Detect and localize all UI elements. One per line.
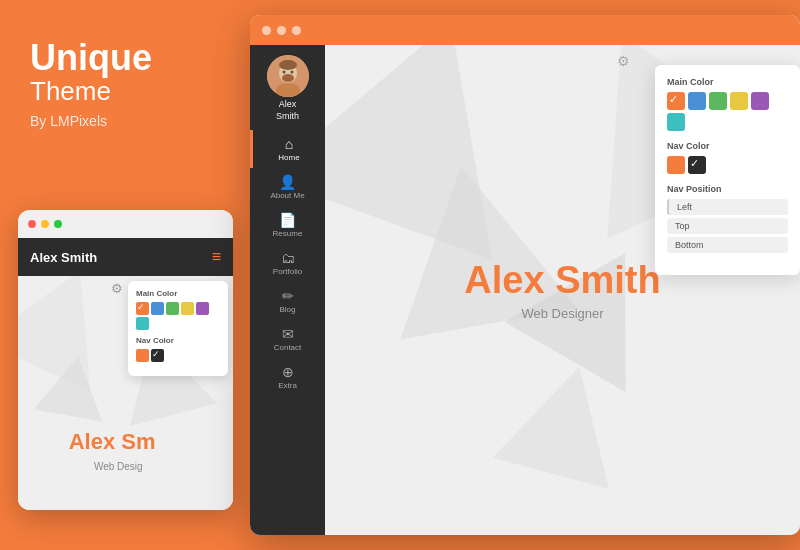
desktop-nav-color-section: Nav Color: [667, 141, 788, 174]
mobile-hero-sub: Web Designer: [18, 461, 233, 472]
mobile-main-swatches: [136, 302, 220, 330]
sidebar-item-resume[interactable]: 📄 Resume: [250, 206, 325, 244]
sidebar-item-blog[interactable]: ✏ Blog: [250, 282, 325, 320]
desktop-main-color-label: Main Color: [667, 77, 788, 87]
nav-position-options: Left Top Bottom: [667, 199, 788, 253]
svg-point-4: [282, 74, 294, 82]
sidebar-label-contact: Contact: [254, 343, 321, 352]
svg-point-3: [279, 60, 297, 70]
mobile-content: Alex Smith ≡ Alex Smith Web Designer ⚙ M…: [18, 238, 233, 510]
svg-point-6: [290, 71, 293, 74]
d-swatch-blue[interactable]: [688, 92, 706, 110]
desktop-main-swatches: [667, 92, 788, 131]
mobile-nav-color-label: Nav Color: [136, 336, 220, 345]
mobile-mockup: Alex Smith ≡ Alex Smith Web Designer ⚙ M…: [18, 210, 233, 510]
mobile-hero-name: Alex Smith: [18, 429, 233, 455]
home-icon: ⌂: [257, 136, 321, 152]
sidebar-item-portfolio[interactable]: 🗂 Portfolio: [250, 244, 325, 282]
sidebar-label-about: About Me: [254, 191, 321, 200]
mobile-nav-name: Alex Smith: [30, 250, 97, 265]
desktop-nav-position-label: Nav Position: [667, 184, 788, 194]
desktop-content: Alex Smith Web Designer ⚙ Main Color: [325, 45, 800, 535]
sidebar-label-home: Home: [257, 153, 321, 162]
sidebar-item-contact[interactable]: ✉ Contact: [250, 320, 325, 358]
about-icon: 👤: [254, 174, 321, 190]
sidebar-item-home[interactable]: ⌂ Home: [250, 130, 325, 168]
blog-icon: ✏: [254, 288, 321, 304]
d-swatch-teal[interactable]: [667, 113, 685, 131]
portfolio-icon: 🗂: [254, 250, 321, 266]
desktop-mockup: AlexSmith ⌂ Home 👤 About Me 📄 Resume 🗂 P…: [250, 15, 800, 535]
nav-pos-bottom[interactable]: Bottom: [667, 237, 788, 253]
desktop-dot-3[interactable]: [292, 26, 301, 35]
swatch-yellow[interactable]: [181, 302, 194, 315]
hamburger-icon[interactable]: ≡: [212, 248, 221, 266]
desktop-settings-popup: Main Color Nav Color: [655, 65, 800, 275]
mobile-top-bar: [18, 210, 233, 238]
sidebar-label-extra: Extra: [254, 381, 321, 390]
sidebar-label-blog: Blog: [254, 305, 321, 314]
desktop-nav-swatches: [667, 156, 788, 174]
d-swatch-purple[interactable]: [751, 92, 769, 110]
sidebar-item-about[interactable]: 👤 About Me: [250, 168, 325, 206]
swatch-orange[interactable]: [136, 302, 149, 315]
geo-shape-3: [33, 350, 112, 421]
brand-title: Unique: [30, 40, 220, 76]
desktop-top-bar: [250, 15, 800, 45]
sidebar-user-name: AlexSmith: [276, 99, 299, 122]
nav-pos-left[interactable]: Left: [667, 199, 788, 215]
d-swatch-orange[interactable]: [667, 92, 685, 110]
brand-by: By LMPixels: [30, 113, 220, 129]
mobile-body: Alex Smith Web Designer ⚙ Main Color Nav…: [18, 276, 233, 510]
mobile-dot-green[interactable]: [54, 220, 62, 228]
desktop-nav-color-label: Nav Color: [667, 141, 788, 151]
swatch-purple[interactable]: [196, 302, 209, 315]
desktop-hero-name: Alex Smith: [464, 259, 660, 302]
desktop-main: AlexSmith ⌂ Home 👤 About Me 📄 Resume 🗂 P…: [250, 45, 800, 535]
svg-point-5: [282, 71, 285, 74]
nav-swatch-dark[interactable]: [151, 349, 164, 362]
desktop-hero: Alex Smith Web Designer: [464, 259, 660, 321]
desktop-nav-position-section: Nav Position Left Top Bottom: [667, 184, 788, 253]
d-swatch-yellow[interactable]: [730, 92, 748, 110]
mobile-main-color-label: Main Color: [136, 289, 220, 298]
desktop-sidebar: AlexSmith ⌂ Home 👤 About Me 📄 Resume 🗂 P…: [250, 45, 325, 535]
extra-icon: ⊕: [254, 364, 321, 380]
desktop-main-color-section: Main Color: [667, 77, 788, 131]
mobile-dot-red[interactable]: [28, 220, 36, 228]
mobile-nav-bar: Alex Smith ≡: [18, 238, 233, 276]
sidebar-label-resume: Resume: [254, 229, 321, 238]
avatar-svg: [267, 55, 309, 97]
nav-swatch-orange[interactable]: [136, 349, 149, 362]
d-swatch-green[interactable]: [709, 92, 727, 110]
desktop-hero-subtitle: Web Designer: [464, 306, 660, 321]
swatch-green[interactable]: [166, 302, 179, 315]
mobile-settings-gear[interactable]: ⚙: [111, 281, 123, 296]
contact-icon: ✉: [254, 326, 321, 342]
brand-subtitle: Theme: [30, 76, 220, 107]
sidebar-avatar: [267, 55, 309, 97]
sidebar-label-portfolio: Portfolio: [254, 267, 321, 276]
swatch-teal[interactable]: [136, 317, 149, 330]
nav-pos-top[interactable]: Top: [667, 218, 788, 234]
mobile-dot-yellow[interactable]: [41, 220, 49, 228]
desktop-dot-2[interactable]: [277, 26, 286, 35]
mobile-nav-swatches: [136, 349, 220, 362]
desktop-settings-gear[interactable]: ⚙: [617, 53, 630, 69]
d-nav-swatch-dark[interactable]: [688, 156, 706, 174]
resume-icon: 📄: [254, 212, 321, 228]
mobile-settings-popup: Main Color Nav Color: [128, 281, 228, 376]
desktop-dot-1[interactable]: [262, 26, 271, 35]
sidebar-item-extra[interactable]: ⊕ Extra: [250, 358, 325, 396]
d-nav-swatch-orange[interactable]: [667, 156, 685, 174]
swatch-blue[interactable]: [151, 302, 164, 315]
